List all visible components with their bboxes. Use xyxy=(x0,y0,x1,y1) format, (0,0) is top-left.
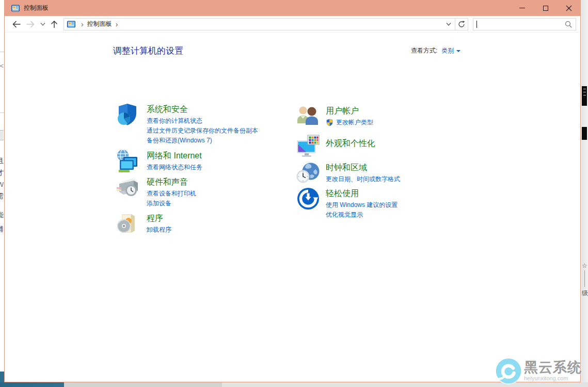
background-right-strip: ☆ 级 xyxy=(581,0,588,387)
link-optimize-visual-display[interactable]: 优化视觉显示 xyxy=(326,210,398,220)
bg-text-fragment: 级 xyxy=(582,289,588,297)
caret-down-icon[interactable] xyxy=(456,50,460,52)
breadcrumb-chevron[interactable]: › xyxy=(112,19,122,29)
minimize-icon xyxy=(519,8,525,8)
bg-dark-block xyxy=(582,127,587,140)
bg-text-fragment: W xyxy=(0,181,4,188)
programs-icon[interactable] xyxy=(115,211,140,236)
back-icon xyxy=(12,20,21,28)
window-title: 控制面板 xyxy=(24,4,49,12)
category-programs: 程序 卸载程序 xyxy=(115,211,171,236)
category-title-appearance[interactable]: 外观和个性化 xyxy=(326,138,375,149)
chevron-down-icon xyxy=(40,22,45,26)
recent-pages-button[interactable] xyxy=(38,22,48,26)
desktop-teal-corner xyxy=(0,382,64,387)
control-panel-icon[interactable] xyxy=(67,20,75,28)
bg-text-fragment: 需 xyxy=(0,191,4,200)
up-button[interactable] xyxy=(48,20,60,28)
cloud-swirl-icon xyxy=(495,358,522,384)
hardware-sound-icon[interactable] xyxy=(115,175,140,200)
clock-region-icon[interactable] xyxy=(296,160,321,185)
background-left-strip: < 且 才 W 需 能 辅 xyxy=(0,0,4,387)
bg-button-edge xyxy=(0,130,4,140)
chevron-down-icon xyxy=(446,22,451,26)
category-user-accounts: 用户帐户 xyxy=(296,104,373,128)
category-hardware-sound: 硬件和声音 查看设备和打印机 添加设备 xyxy=(115,175,196,208)
uac-shield-icon xyxy=(326,119,333,126)
link-view-devices-printers[interactable]: 查看设备和打印机 xyxy=(147,189,196,199)
breadcrumb-control-panel[interactable]: 控制面板 xyxy=(87,20,112,28)
bg-text-fragment: 能 xyxy=(0,211,4,219)
bg-line xyxy=(0,52,4,52)
link-add-device[interactable]: 添加设备 xyxy=(147,199,196,208)
category-title-ease-of-access[interactable]: 轻松使用 xyxy=(326,188,398,199)
category-system-security: 系统和安全 查看你的计算机状态 通过文件历史记录保存你的文件备份副本 备份和还原… xyxy=(115,102,258,146)
view-by-value[interactable]: 类别 xyxy=(441,46,454,55)
category-ease-of-access: 轻松使用 使用 Windows 建议的设置 优化视觉显示 xyxy=(296,186,398,220)
page-title: 调整计算机的设置 xyxy=(113,45,183,57)
bg-text-fragment: 且 xyxy=(0,156,4,165)
titlebar[interactable]: 控制面板 xyxy=(5,0,580,16)
link-view-computer-status[interactable]: 查看你的计算机状态 xyxy=(147,116,258,126)
link-backup-restore-win7[interactable]: 备份和还原(Windows 7) xyxy=(147,136,258,146)
watermark-domain: heiyunxitong.com xyxy=(524,375,582,381)
link-uninstall-program[interactable]: 卸载程序 xyxy=(147,225,171,235)
category-title-system-security[interactable]: 系统和安全 xyxy=(147,104,258,115)
close-icon xyxy=(566,5,572,11)
category-title-network-internet[interactable]: 网络和 Internet xyxy=(147,151,202,161)
category-clock-region: 时钟和区域 更改日期、时间或数字格式 xyxy=(296,160,400,185)
link-label: 更改帐户类型 xyxy=(336,118,373,127)
control-panel-window: 控制面板 xyxy=(4,0,581,382)
bg-line xyxy=(584,270,585,287)
link-file-history-backup[interactable]: 通过文件历史记录保存你的文件备份副本 xyxy=(147,126,258,136)
link-change-account-type[interactable]: 更改帐户类型 xyxy=(326,118,373,127)
category-title-user-accounts[interactable]: 用户帐户 xyxy=(326,106,373,116)
breadcrumb-chevron: › xyxy=(77,19,87,29)
watermark-name: 黑云系统 xyxy=(524,360,582,375)
network-internet-icon[interactable] xyxy=(115,149,140,173)
view-by-label: 查看方式: xyxy=(411,46,437,55)
minimize-button[interactable] xyxy=(511,0,534,16)
bg-dark-block xyxy=(582,86,587,106)
system-security-icon[interactable] xyxy=(115,102,140,127)
forward-button[interactable] xyxy=(23,20,38,28)
up-arrow-icon xyxy=(50,20,58,28)
category-title-clock-region[interactable]: 时钟和区域 xyxy=(326,163,400,173)
link-suggested-settings[interactable]: 使用 Windows 建议的设置 xyxy=(326,200,398,210)
maximize-button[interactable] xyxy=(534,0,557,16)
bg-text-fragment: 辅 xyxy=(0,224,4,233)
search-input[interactable] xyxy=(473,18,576,30)
bg-text-fragment: < xyxy=(0,62,4,70)
address-dropdown-button[interactable] xyxy=(442,19,455,30)
bg-taskbar-segment xyxy=(64,382,222,387)
control-panel-home: 调整计算机的设置 查看方式: 类别 系统和安全 查看你的计算机状态 xyxy=(5,33,580,382)
control-panel-icon xyxy=(11,4,20,12)
category-network-internet: 网络和 Internet 查看网络状态和任务 xyxy=(115,149,202,173)
bg-text-fragment: ☆ xyxy=(582,262,587,269)
maximize-icon xyxy=(543,6,548,11)
link-view-network-status[interactable]: 查看网络状态和任务 xyxy=(147,163,202,172)
back-button[interactable] xyxy=(10,20,23,28)
navigation-bar: › 控制面板 › xyxy=(5,16,580,33)
text-caret xyxy=(476,21,477,28)
link-change-date-time-format[interactable]: 更改日期、时间或数字格式 xyxy=(326,174,400,184)
bg-line xyxy=(0,112,4,113)
appearance-personalization-icon[interactable] xyxy=(296,134,321,158)
address-bar[interactable]: › 控制面板 › xyxy=(63,18,468,30)
refresh-icon xyxy=(458,21,465,28)
heiyun-watermark: 黑云系统 heiyunxitong.com xyxy=(495,356,587,385)
refresh-button[interactable] xyxy=(455,19,468,30)
user-accounts-icon[interactable] xyxy=(296,104,321,128)
category-title-hardware-sound[interactable]: 硬件和声音 xyxy=(147,177,196,187)
category-title-programs[interactable]: 程序 xyxy=(147,213,171,223)
forward-icon xyxy=(26,20,35,28)
category-appearance-personalization: 外观和个性化 xyxy=(296,134,375,158)
bg-text-fragment: 才 xyxy=(0,168,4,176)
ease-of-access-icon[interactable] xyxy=(296,186,321,211)
close-button[interactable] xyxy=(557,0,580,16)
search-icon xyxy=(565,21,572,28)
